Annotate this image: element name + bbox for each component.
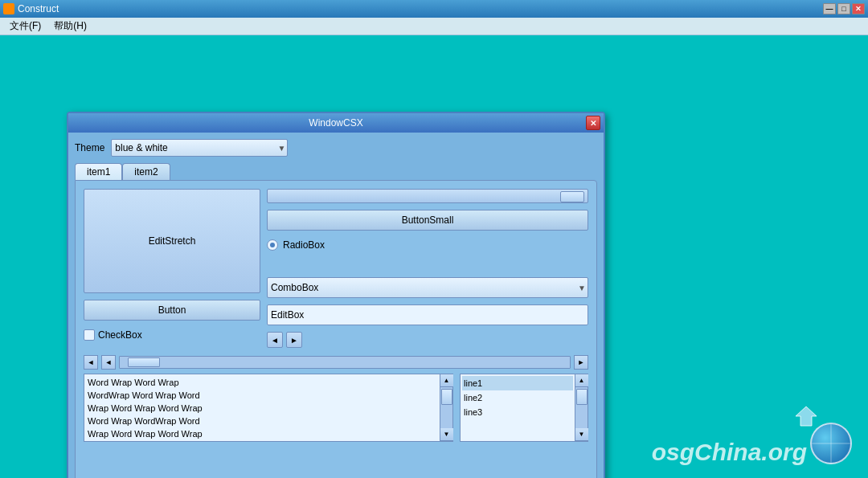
spinner-row: ◄ ► <box>267 332 588 348</box>
tab-item2[interactable]: item2 <box>122 163 170 180</box>
app-title: Construct <box>18 3 823 14</box>
dialog-titlebar: WindowCSX ✕ <box>68 113 604 133</box>
menubar: 文件(F) 帮助(H) <box>0 18 868 35</box>
scroll-left2-button[interactable]: ◄ <box>101 355 116 370</box>
spacer <box>267 259 588 271</box>
main-area: WindowCSX ✕ Theme blue & white ▼ item1 i… <box>0 35 868 478</box>
bottom-section: ◄ ◄ ► Word Wrap Word Wrap <box>84 354 588 442</box>
spinner-right-button[interactable]: ► <box>286 332 302 348</box>
listbox-right-vscroll: ▲ ▼ <box>575 374 588 441</box>
combobox-control[interactable]: ComboBox ▼ <box>267 277 588 298</box>
combobox-label: ComboBox <box>271 282 318 293</box>
button-small-label: ButtonSmall <box>402 214 454 226</box>
panel-layout: EditStretch Button CheckBox <box>84 189 588 348</box>
listbox-right-item: line3 <box>462 405 573 419</box>
radio-button[interactable] <box>267 239 278 251</box>
listbox-right-item: line2 <box>462 390 573 405</box>
radio-row: RadioBox <box>267 237 588 253</box>
scrollbar-thumb <box>128 357 160 367</box>
vscroll-thumb[interactable] <box>441 389 452 405</box>
checkbox-row: CheckBox <box>84 327 260 343</box>
dialog-windowcsx: WindowCSX ✕ Theme blue & white ▼ item1 i… <box>67 112 605 478</box>
editbox-control[interactable]: EditBox <box>267 304 588 325</box>
listbox-right-container: line1 line2 line3 ▲ ▼ <box>460 374 588 442</box>
listbox-right-item-selected: line1 <box>462 376 573 390</box>
scrollbar-track[interactable] <box>119 356 571 369</box>
button-control[interactable]: Button <box>84 300 260 321</box>
list-item: Wrap Word Wrap Word Wrap <box>86 427 438 440</box>
close-app-button[interactable]: ✕ <box>852 3 865 14</box>
radio-label: RadioBox <box>283 239 325 251</box>
vscroll-right-down-button[interactable]: ▼ <box>575 428 588 441</box>
vscroll-right-thumb[interactable] <box>576 389 588 405</box>
vscroll-down-button[interactable]: ▼ <box>440 428 453 441</box>
slider-thumb <box>560 191 584 202</box>
app-win-controls: — □ ✕ <box>823 3 865 14</box>
listbox-vscroll: ▲ ▼ <box>440 374 452 441</box>
list-item: WordWrap Word Wrap Word <box>86 389 438 402</box>
theme-row: Theme blue & white ▼ <box>75 139 597 157</box>
menu-help[interactable]: 帮助(H) <box>47 18 93 35</box>
app-icon <box>3 3 14 14</box>
vscroll-right-up-button[interactable]: ▲ <box>575 374 588 387</box>
menu-file[interactable]: 文件(F) <box>3 18 47 35</box>
listbox-right[interactable]: line1 line2 line3 <box>461 374 575 441</box>
button-small[interactable]: ButtonSmall <box>267 210 588 231</box>
spinner-left-button[interactable]: ◄ <box>267 332 283 348</box>
slider-control[interactable] <box>267 189 588 203</box>
dialog-title: WindowCSX <box>309 117 362 129</box>
list-item: Wrap Word Wrap Word Wrap <box>86 402 438 415</box>
watermark-text: osgChina.org <box>652 439 807 466</box>
dialog-close-button[interactable]: ✕ <box>586 116 600 130</box>
list-item: Word Wrap Word Wrap <box>86 376 438 389</box>
theme-label: Theme <box>75 142 104 153</box>
radio-inner <box>270 243 275 247</box>
editbox-label: EditBox <box>271 309 304 321</box>
scroll-right-button[interactable]: ► <box>574 355 588 370</box>
combobox-arrow-icon: ▼ <box>578 284 586 292</box>
house-icon <box>794 405 818 430</box>
minimize-button[interactable]: — <box>823 3 836 14</box>
listbox-left[interactable]: Word Wrap Word Wrap WordWrap Word Wrap W… <box>84 374 440 441</box>
tab-item1[interactable]: item1 <box>75 163 122 180</box>
svg-marker-0 <box>796 407 817 426</box>
button-label: Button <box>158 304 186 316</box>
app-titlebar: Construct — □ ✕ <box>0 0 868 18</box>
list-item: Word Wrap WordWrap Word <box>86 415 438 427</box>
right-column: ButtonSmall RadioBox ComboBox <box>267 189 588 348</box>
scrollbar-row: ◄ ◄ ► <box>84 354 588 370</box>
dropdown-arrow-icon: ▼ <box>277 144 285 153</box>
checkbox-label: CheckBox <box>98 329 142 341</box>
left-column: EditStretch Button CheckBox <box>84 189 260 348</box>
maximize-button[interactable]: □ <box>837 3 850 14</box>
checkbox-control[interactable] <box>84 329 95 341</box>
edit-stretch-label: EditStretch <box>149 235 196 247</box>
listbox-left-container: Word Wrap Word Wrap WordWrap Word Wrap W… <box>84 374 453 442</box>
vscroll-up-button[interactable]: ▲ <box>440 374 453 387</box>
tab-panel: EditStretch Button CheckBox <box>75 180 597 478</box>
theme-value: blue & white <box>115 142 167 153</box>
dialog-content: Theme blue & white ▼ item1 item2 EditStr… <box>68 133 604 478</box>
edit-stretch[interactable]: EditStretch <box>84 189 260 293</box>
bottom-lists: Word Wrap Word Wrap WordWrap Word Wrap W… <box>84 374 588 442</box>
tabs-row: item1 item2 <box>75 163 597 180</box>
watermark-area: osgChina.org <box>652 423 852 466</box>
theme-dropdown[interactable]: blue & white ▼ <box>111 139 288 157</box>
scroll-left-button[interactable]: ◄ <box>84 355 98 370</box>
